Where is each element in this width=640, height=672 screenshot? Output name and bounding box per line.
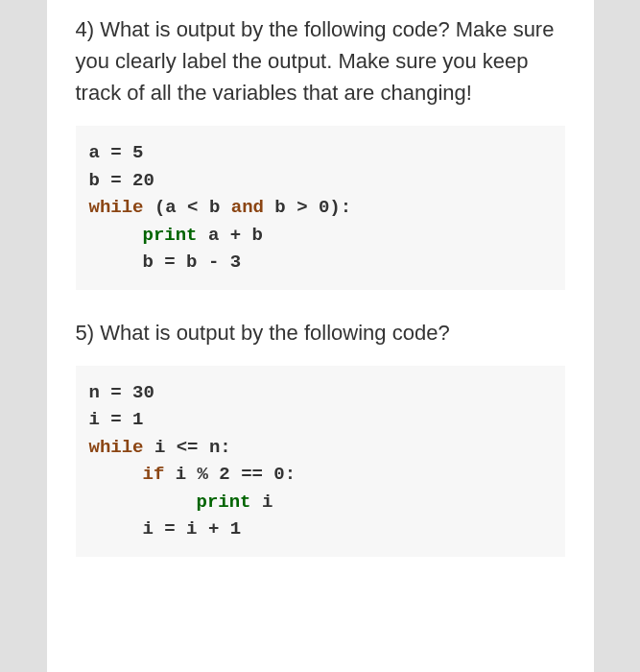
code-text: b > 0): xyxy=(264,197,351,218)
code-text: i <= n: xyxy=(144,437,231,458)
code-line: while (a < b and b > 0): xyxy=(89,194,552,222)
code-line: n = 30 xyxy=(89,379,552,407)
code-block-4: a = 5 b = 20 while (a < b and b > 0): pr… xyxy=(76,126,565,290)
question-4-text: 4) What is output by the following code?… xyxy=(76,13,565,108)
content-area: 4) What is output by the following code?… xyxy=(76,13,565,557)
keyword-while: while xyxy=(89,197,144,218)
keyword-if: if xyxy=(143,464,165,485)
keyword-and: and xyxy=(231,197,264,218)
code-text: i xyxy=(251,492,273,513)
code-line: while i <= n: xyxy=(89,434,552,462)
code-block-5: n = 30 i = 1 while i <= n: if i % 2 == 0… xyxy=(76,366,565,557)
code-line: print a + b xyxy=(89,222,552,250)
keyword-while: while xyxy=(89,437,144,458)
keyword-print: print xyxy=(197,492,251,513)
code-line: print i xyxy=(89,489,552,516)
page-container: 4) What is output by the following code?… xyxy=(47,0,594,672)
code-text: i % 2 == 0: xyxy=(164,464,296,485)
code-line: i = 1 xyxy=(89,406,552,434)
code-text: a + b xyxy=(198,225,263,246)
keyword-print: print xyxy=(143,225,198,246)
code-text: (a < b xyxy=(144,197,231,218)
code-line: b = 20 xyxy=(89,167,552,195)
code-line: if i % 2 == 0: xyxy=(89,461,552,489)
code-line: a = 5 xyxy=(89,139,552,167)
question-5-text: 5) What is output by the following code? xyxy=(76,317,565,348)
code-line: i = i + 1 xyxy=(89,516,552,543)
code-line: b = b - 3 xyxy=(89,249,552,276)
